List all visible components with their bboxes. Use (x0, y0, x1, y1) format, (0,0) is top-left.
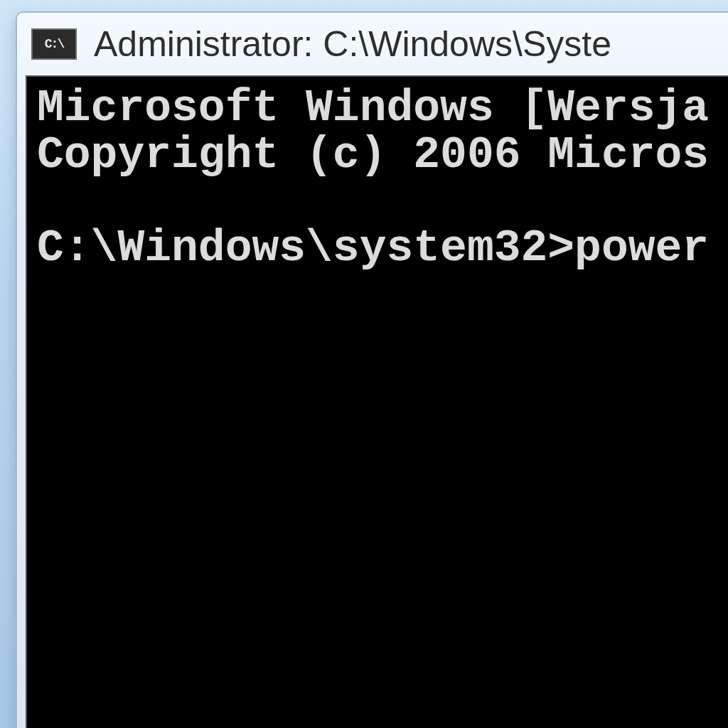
cmd-sysmenu-icon-label: C:\ (45, 38, 63, 50)
window-title: Administrator: C:\Windows\Syste (94, 23, 611, 65)
cmd-window: C:\ Administrator: C:\Windows\Syste Micr… (16, 11, 728, 728)
terminal-line: Copyright (c) 2006 Micros (37, 130, 709, 181)
terminal-client-area[interactable]: Microsoft Windows [Wersja Copyright (c) … (26, 75, 728, 728)
terminal-line: Microsoft Windows [Wersja (37, 83, 709, 134)
terminal-prompt-line: C:\Windows\system32>power (37, 223, 709, 274)
cmd-sysmenu-icon[interactable]: C:\ (31, 28, 77, 60)
titlebar[interactable]: C:\ Administrator: C:\Windows\Syste (17, 13, 728, 75)
